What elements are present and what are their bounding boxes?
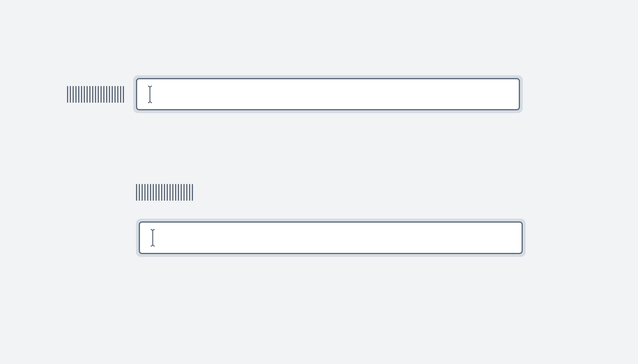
text-cursor-icon: [148, 85, 152, 104]
text-input-1[interactable]: [136, 78, 520, 110]
svg-line-1: [148, 86, 150, 87]
svg-line-2: [150, 86, 152, 87]
svg-line-6: [151, 229, 152, 230]
text-input-2[interactable]: [139, 221, 523, 254]
svg-line-4: [150, 102, 152, 103]
svg-line-9: [153, 245, 154, 246]
field-1-label: [67, 86, 124, 103]
svg-line-7: [153, 229, 154, 230]
svg-line-3: [148, 102, 150, 103]
field-2-label: [136, 184, 526, 201]
form-group-2: [136, 184, 526, 257]
form-row-1: [67, 75, 523, 113]
text-cursor-icon: [151, 229, 155, 247]
input-wrapper-2: [136, 219, 526, 257]
svg-line-8: [151, 245, 152, 246]
form-container: [0, 0, 638, 364]
input-wrapper-1: [133, 75, 523, 113]
